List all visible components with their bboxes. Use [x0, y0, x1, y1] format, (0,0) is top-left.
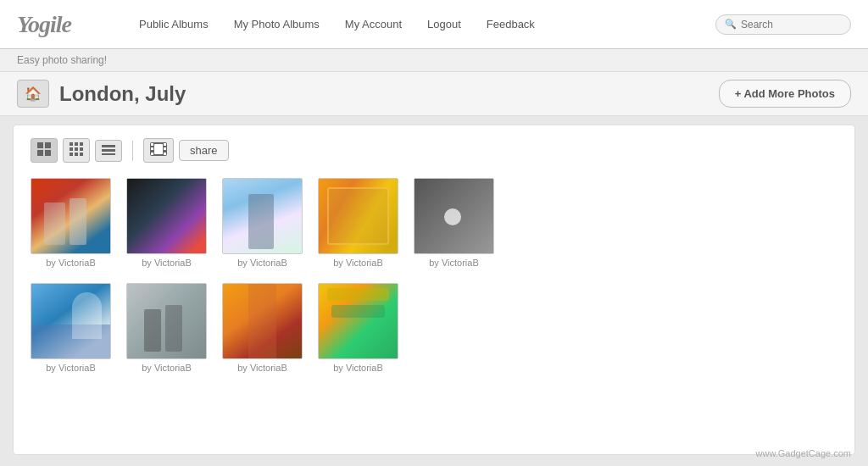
photo-image-3 — [223, 179, 302, 253]
photo-credit: by VictoriaB — [46, 363, 96, 373]
nav-my-photo-albums[interactable]: My Photo Albums — [234, 18, 320, 31]
photo-row-1: by VictoriaB by VictoriaB by VictoriaB — [31, 178, 837, 268]
page-header: 🏠 London, July + Add More Photos — [0, 72, 868, 116]
photos-grid: by VictoriaB by VictoriaB by VictoriaB — [31, 178, 837, 373]
svg-rect-21 — [164, 147, 166, 150]
svg-rect-9 — [80, 147, 83, 151]
search-input[interactable] — [741, 19, 834, 31]
logo-text: Yogile — [17, 11, 71, 37]
svg-rect-20 — [164, 143, 166, 146]
list-item[interactable]: by VictoriaB — [126, 178, 207, 268]
list-item[interactable]: by VictoriaB — [318, 283, 398, 373]
svg-rect-4 — [70, 142, 73, 146]
list-item[interactable]: by VictoriaB — [222, 283, 303, 373]
svg-rect-19 — [151, 153, 153, 155]
photo-image-9 — [319, 284, 398, 358]
list-item[interactable]: by VictoriaB — [126, 283, 207, 373]
svg-rect-5 — [75, 142, 78, 146]
photo-thumbnail — [318, 283, 398, 359]
svg-rect-2 — [37, 150, 43, 156]
grid-medium-icon — [70, 142, 83, 158]
svg-rect-15 — [102, 153, 115, 155]
photo-credit: by VictoriaB — [142, 258, 192, 268]
home-icon: 🏠 — [25, 86, 42, 102]
tagline-text: Easy photo sharing! — [17, 54, 107, 66]
photo-image-1 — [31, 179, 110, 253]
footer: www.GadgetCage.com — [739, 445, 869, 462]
photo-thumbnail — [31, 283, 111, 359]
nav-my-account[interactable]: My Account — [345, 18, 402, 31]
photo-credit: by VictoriaB — [46, 258, 96, 268]
photo-thumbnail — [318, 178, 398, 254]
main-nav: Public Albums My Photo Albums My Account… — [139, 18, 715, 31]
list-item[interactable]: by VictoriaB — [414, 178, 494, 268]
list-item[interactable]: by VictoriaB — [222, 178, 303, 268]
svg-rect-0 — [37, 142, 43, 148]
view-grid-large-button[interactable] — [31, 138, 58, 163]
photo-image-7 — [127, 284, 206, 358]
home-button[interactable]: 🏠 — [17, 80, 49, 108]
film-icon — [150, 142, 167, 158]
svg-rect-12 — [80, 153, 83, 156]
search-icon: 🔍 — [725, 19, 737, 30]
svg-rect-11 — [75, 153, 78, 156]
photo-credit: by VictoriaB — [333, 363, 383, 373]
svg-rect-3 — [45, 150, 51, 156]
photo-image-8 — [223, 284, 302, 358]
grid-large-icon — [37, 142, 51, 158]
photo-image-6 — [31, 284, 110, 358]
view-grid-small-button[interactable] — [95, 140, 122, 162]
main-content: share by VictoriaB by VictoriaB — [13, 125, 855, 455]
nav-public-albums[interactable]: Public Albums — [139, 18, 209, 31]
photo-thumbnail — [126, 178, 207, 254]
page-title: London, July — [59, 82, 719, 106]
photo-image-5 — [415, 179, 493, 253]
footer-text: www.GadgetCage.com — [756, 448, 852, 458]
svg-rect-23 — [154, 144, 163, 154]
svg-rect-14 — [102, 149, 115, 152]
svg-rect-22 — [164, 153, 166, 155]
photo-credit: by VictoriaB — [429, 258, 479, 268]
view-grid-medium-button[interactable] — [63, 138, 90, 163]
svg-rect-6 — [80, 142, 83, 146]
svg-rect-18 — [151, 147, 153, 150]
photo-credit: by VictoriaB — [237, 363, 287, 373]
photo-image-4 — [319, 179, 398, 253]
view-controls: share — [31, 138, 837, 163]
list-item[interactable]: by VictoriaB — [318, 178, 398, 268]
grid-small-icon — [102, 144, 115, 158]
photo-credit: by VictoriaB — [333, 258, 383, 268]
logo: Yogile — [17, 11, 71, 38]
svg-rect-8 — [75, 147, 78, 151]
photo-thumbnail — [222, 178, 303, 254]
tagline-bar: Easy photo sharing! — [0, 49, 868, 72]
photo-thumbnail — [222, 283, 303, 359]
list-item[interactable]: by VictoriaB — [31, 283, 111, 373]
photo-credit: by VictoriaB — [142, 363, 192, 373]
photo-credit: by VictoriaB — [237, 258, 287, 268]
nav-feedback[interactable]: Feedback — [487, 18, 535, 31]
photo-image-2 — [127, 179, 206, 253]
photo-thumbnail — [31, 178, 111, 254]
svg-rect-7 — [70, 147, 73, 151]
svg-rect-1 — [45, 142, 51, 148]
svg-rect-10 — [70, 153, 73, 156]
nav-logout[interactable]: Logout — [427, 18, 461, 31]
photo-thumbnail — [126, 283, 207, 359]
svg-rect-13 — [102, 145, 115, 147]
list-item[interactable]: by VictoriaB — [31, 178, 111, 268]
share-button[interactable]: share — [179, 140, 229, 161]
photo-row-2: by VictoriaB by VictoriaB by Victoria — [31, 283, 837, 373]
add-photos-button[interactable]: + Add More Photos — [719, 80, 851, 108]
view-divider — [132, 141, 133, 161]
svg-rect-17 — [151, 143, 153, 146]
film-view-button[interactable] — [143, 138, 174, 163]
photo-thumbnail — [414, 178, 494, 254]
header: Yogile Public Albums My Photo Albums My … — [0, 0, 868, 49]
search-container: 🔍 — [715, 14, 851, 35]
